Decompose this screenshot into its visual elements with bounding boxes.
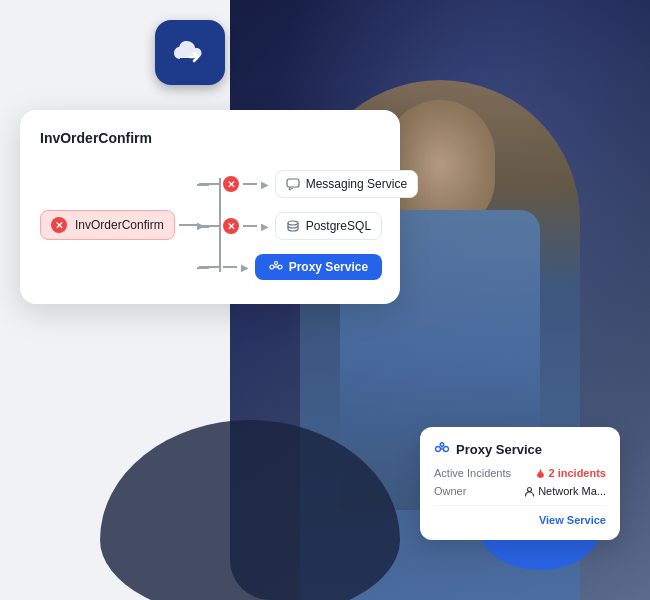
- cloud-arrow-icon: [172, 37, 208, 69]
- source-error-icon: ✕: [51, 217, 67, 233]
- info-row-incidents: Active Incidents 2 incidents: [434, 467, 606, 479]
- svg-point-5: [436, 447, 441, 452]
- proxy-icon: [269, 260, 283, 274]
- svg-point-1: [288, 221, 298, 225]
- branch-row-proxy: ▶ Proxy Service: [209, 254, 418, 280]
- info-row-owner: Owner Network Ma...: [434, 485, 606, 497]
- person-icon: [524, 486, 535, 497]
- workflow-title: InvOrderConfirm: [40, 130, 380, 146]
- postgresql-service-node: PostgreSQL: [275, 212, 382, 240]
- messaging-service-label: Messaging Service: [306, 177, 407, 191]
- proxy-service-node[interactable]: Proxy Service: [255, 254, 382, 280]
- owner-label: Owner: [434, 485, 466, 497]
- svg-rect-0: [287, 179, 299, 187]
- branch-error-icon-2: ✕: [223, 218, 239, 234]
- view-service-link[interactable]: View Service: [434, 514, 606, 526]
- source-node-label: InvOrderConfirm: [75, 218, 164, 232]
- source-node: ✕ InvOrderConfirm: [40, 210, 175, 240]
- messaging-service-node: Messaging Service: [275, 170, 418, 198]
- incidents-label: Active Incidents: [434, 467, 511, 479]
- svg-point-2: [270, 265, 274, 269]
- workflow-card: InvOrderConfirm ✕ InvOrderConfirm ▶ ✕: [20, 110, 400, 304]
- svg-point-4: [274, 262, 277, 265]
- branch-error-icon-1: ✕: [223, 176, 239, 192]
- info-card-header: Proxy Service: [434, 441, 606, 457]
- info-card-title: Proxy Service: [456, 442, 542, 457]
- info-card: Proxy Service Active Incidents 2 inciden…: [420, 427, 620, 540]
- incidents-value: 2 incidents: [535, 467, 606, 479]
- info-card-proxy-icon: [434, 441, 450, 457]
- fire-icon: [535, 468, 546, 479]
- proxy-service-label: Proxy Service: [289, 260, 368, 274]
- svg-point-8: [528, 487, 532, 491]
- postgresql-icon: [286, 219, 300, 233]
- svg-point-3: [278, 265, 282, 269]
- postgresql-label: PostgreSQL: [306, 219, 371, 233]
- info-divider: [434, 505, 606, 506]
- svg-point-6: [444, 447, 449, 452]
- svg-point-7: [440, 443, 444, 447]
- branch-row-postgresql: ✕ ▶ PostgreSQL: [209, 212, 418, 240]
- owner-value: Network Ma...: [524, 485, 606, 497]
- branch-row-messaging: ✕ ▶ Messaging Service: [209, 170, 418, 198]
- messaging-service-icon: [286, 177, 300, 191]
- cloud-icon-container: [155, 20, 225, 85]
